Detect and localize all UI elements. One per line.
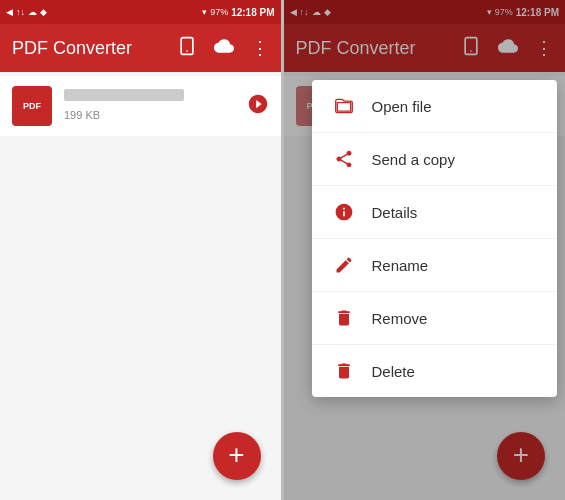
delete-icon	[332, 359, 356, 383]
rename-icon	[332, 253, 356, 277]
status-icons-left: ◀ ↑↓ ☁ ◆	[6, 7, 47, 17]
context-menu: Open file Send a copy Details Rename Rem	[312, 80, 558, 397]
pdf-label-left: PDF	[23, 101, 41, 111]
remove-label: Remove	[372, 310, 428, 327]
signal-icon: ◆	[40, 7, 47, 17]
toolbar-icons-left: ⋮	[177, 36, 269, 61]
menu-item-details[interactable]: Details	[312, 186, 558, 239]
phone-icon-left[interactable]	[177, 36, 197, 61]
open-file-label: Open file	[372, 98, 432, 115]
rename-label: Rename	[372, 257, 429, 274]
menu-item-remove[interactable]: Remove	[312, 292, 558, 345]
file-icon-left: PDF	[12, 86, 52, 126]
notification-icon: ◀	[6, 7, 13, 17]
remove-icon	[332, 306, 356, 330]
file-chevron-left[interactable]	[247, 93, 269, 120]
time-left: 12:18 PM	[231, 7, 274, 18]
more-icon-left[interactable]: ⋮	[251, 37, 269, 59]
file-item-left[interactable]: PDF 199 KB	[0, 76, 281, 136]
right-screen: ◀ ↑↓ ☁ ◆ ▾ 97% 12:18 PM PDF Converter ⋮ …	[284, 0, 566, 500]
fab-icon-left: +	[228, 441, 244, 469]
menu-item-delete[interactable]: Delete	[312, 345, 558, 397]
status-right-left: ▾ 97% 12:18 PM	[202, 7, 274, 18]
details-icon	[332, 200, 356, 224]
sync-icon: ↑↓	[16, 7, 25, 17]
file-name-blur-left	[64, 89, 184, 101]
file-info-left: 199 KB	[64, 89, 247, 123]
svg-rect-0	[181, 37, 193, 54]
delete-label: Delete	[372, 363, 415, 380]
wifi-icon: ▾	[202, 7, 207, 17]
fab-left[interactable]: +	[213, 432, 261, 480]
status-bar-left: ◀ ↑↓ ☁ ◆ ▾ 97% 12:18 PM	[0, 0, 281, 24]
open-file-icon	[332, 94, 356, 118]
app-title-left: PDF Converter	[12, 38, 177, 59]
cloud-icon-left[interactable]	[213, 36, 235, 61]
send-copy-label: Send a copy	[372, 151, 455, 168]
send-copy-icon	[332, 147, 356, 171]
toolbar-left: PDF Converter ⋮	[0, 24, 281, 72]
menu-item-rename[interactable]: Rename	[312, 239, 558, 292]
left-screen: ◀ ↑↓ ☁ ◆ ▾ 97% 12:18 PM PDF Converter ⋮ …	[0, 0, 281, 500]
menu-item-open-file[interactable]: Open file	[312, 80, 558, 133]
data-icon: ☁	[28, 7, 37, 17]
details-label: Details	[372, 204, 418, 221]
file-size-left: 199 KB	[64, 109, 100, 121]
menu-item-send-copy[interactable]: Send a copy	[312, 133, 558, 186]
battery-pct-left: 97%	[210, 7, 228, 17]
